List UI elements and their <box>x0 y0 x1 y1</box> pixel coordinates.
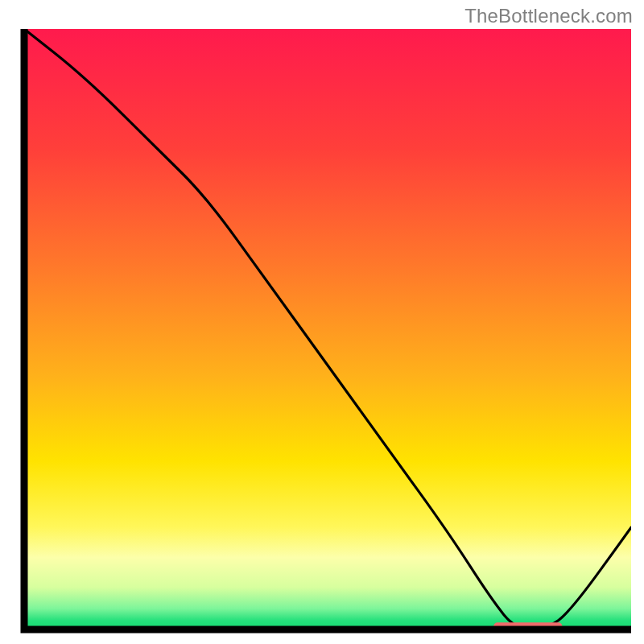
bottleneck-chart <box>0 0 644 644</box>
gradient-background <box>24 29 631 630</box>
chart-container: TheBottleneck.com <box>0 0 644 644</box>
